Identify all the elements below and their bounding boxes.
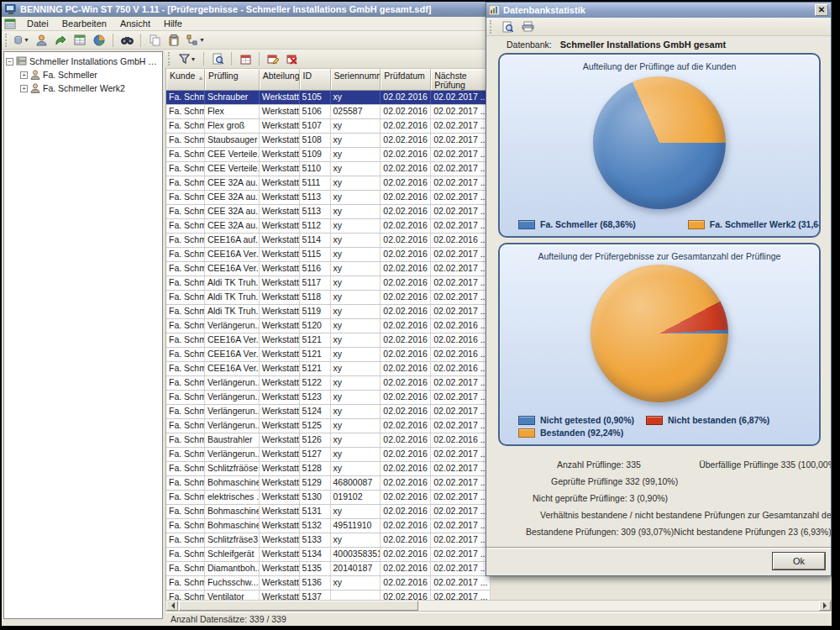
close-icon[interactable]: ✕ bbox=[815, 4, 828, 16]
menu-ansicht[interactable]: Ansicht bbox=[114, 18, 156, 29]
preview-icon[interactable] bbox=[499, 18, 516, 34]
copy-icon[interactable] bbox=[146, 32, 163, 48]
column-header-seriennummer[interactable]: Seriennumme bbox=[331, 69, 381, 90]
user-icon[interactable] bbox=[33, 32, 50, 48]
tree-item-customer[interactable]: + Fa. Schmeller Werk2 bbox=[6, 81, 160, 95]
table-row[interactable]: Fa. Schme... Schlitzfräse3 Werkstatt 513… bbox=[166, 533, 491, 548]
table-row[interactable]: Fa. Schme... Flex groß Werkstatt 5107 xy… bbox=[166, 119, 491, 134]
table-row[interactable]: Fa. Schme... CEE16A Ver... Werkstatt 512… bbox=[166, 333, 491, 348]
tree-root-label: Schmeller Installations GmbH gesamt.sdf bbox=[29, 56, 160, 66]
table-row[interactable]: Fa. Schme... Verlängerun... Werkstatt 51… bbox=[166, 391, 491, 405]
database-label: Datenbank: bbox=[507, 39, 552, 50]
legend-swatch bbox=[518, 428, 535, 438]
calendar-delete-icon[interactable] bbox=[284, 51, 301, 67]
table-row[interactable]: Fa. Schme... Schlitzfräöse Werkstatt 512… bbox=[166, 462, 491, 476]
mdi-child-icon[interactable] bbox=[4, 18, 16, 29]
stat-ueberfaellige-prueflinge: Überfällige Prüflinge 335 (100,00% bbox=[699, 459, 831, 476]
table-row[interactable]: Fa. Schme... Verlängerun... Werkstatt 51… bbox=[166, 405, 491, 419]
table-row[interactable]: Fa. Schme... Verlängerun... Werkstatt 51… bbox=[166, 319, 491, 333]
paste-icon[interactable] bbox=[165, 32, 182, 48]
calendar-icon[interactable] bbox=[237, 51, 254, 67]
dialog-title-bar[interactable]: Datenbankstatistik ✕ bbox=[486, 3, 831, 18]
filter-icon[interactable]: ▼ bbox=[176, 51, 198, 67]
table-row[interactable]: Fa. Schme... Bohmaschine Werkstatt 5132 … bbox=[166, 519, 491, 533]
ok-button[interactable]: Ok bbox=[773, 553, 825, 570]
table-row[interactable]: Fa. Schme... Verlängerun... Werkstatt 51… bbox=[166, 448, 491, 462]
table-row[interactable]: Fa. Schme... Schleifgerät Werkstatt 5134… bbox=[166, 548, 491, 562]
grid-header: Kunde▲ Prüfling Abteilung ID Seriennumme… bbox=[166, 69, 491, 91]
database-icon[interactable]: ▼ bbox=[13, 32, 30, 48]
table-row[interactable]: Fa. Schme... CEE 32A au... Werkstatt 511… bbox=[166, 205, 491, 219]
legend-entry: Bestanden (92,24%) bbox=[518, 428, 646, 438]
print-icon[interactable] bbox=[519, 18, 536, 34]
table-row[interactable]: Fa. Schme... CEE16A Ver... Werkstatt 512… bbox=[166, 348, 491, 362]
structure-icon[interactable]: ▼ bbox=[185, 32, 207, 48]
horizontal-scrollbar[interactable] bbox=[165, 600, 832, 612]
chart-title: Aufteilung der Prüflinge auf die Kunden bbox=[500, 55, 819, 71]
table-row[interactable]: Fa. Schme... CEE16A Ver... Werkstatt 512… bbox=[166, 362, 491, 376]
table-row[interactable]: Fa. Schme... elektrisches ... Werkstatt … bbox=[166, 491, 491, 505]
table-row[interactable]: Fa. Schme... CEE16A Ver... Werkstatt 511… bbox=[166, 262, 491, 276]
table-row[interactable]: Fa. Schme... Fuchsschw... Werkstatt 5136… bbox=[166, 576, 491, 591]
table-row[interactable]: Fa. Schme... CEE16A auf... Werkstatt 511… bbox=[166, 234, 491, 248]
table-row[interactable]: Fa. Schme... Aldi TK Truh... Werkstatt 5… bbox=[166, 305, 491, 319]
table-row[interactable]: Fa. Schme... Baustrahler Werkstatt 5126 … bbox=[166, 433, 491, 448]
export-icon[interactable] bbox=[52, 32, 69, 48]
app-icon bbox=[5, 4, 17, 14]
grid-body: Fa. Schme... Schrauber Werkstatt 5105 xy… bbox=[166, 91, 491, 600]
statistics-icon[interactable] bbox=[91, 32, 108, 48]
column-header-naechste-pruefung[interactable]: Nächste Prüfung bbox=[431, 69, 491, 90]
customer-icon bbox=[30, 70, 40, 80]
preview-icon[interactable] bbox=[209, 51, 226, 67]
table-row[interactable]: Fa. Schme... Flex Werkstatt 5106 025587 … bbox=[166, 105, 491, 119]
column-header-kunde[interactable]: Kunde▲ bbox=[166, 69, 205, 90]
stat-nicht-gepruefte-prueflinge: Nicht geprüfte Prüflinge: 3 (0,90%) bbox=[533, 493, 668, 503]
menu-bearbeiten[interactable]: Bearbeiten bbox=[56, 18, 113, 29]
column-header-pruefling[interactable]: Prüfling bbox=[205, 69, 260, 90]
column-header-id[interactable]: ID bbox=[300, 69, 331, 90]
column-header-pruefdatum[interactable]: Prüfdatum bbox=[381, 69, 431, 90]
table-row[interactable]: Fa. Schme... CEE 32A au... Werkstatt 511… bbox=[166, 219, 491, 234]
table-row[interactable]: Fa. Schme... Diamantboh... Werkstatt 513… bbox=[166, 562, 491, 576]
legend-entry: Nicht getested (0,90%) bbox=[518, 415, 646, 425]
menu-datei[interactable]: Datei bbox=[21, 18, 55, 29]
table-row[interactable]: Fa. Schme... Aldi TK Truh... Werkstatt 5… bbox=[166, 291, 491, 305]
table-row[interactable]: Fa. Schme... Aldi TK Truh... Werkstatt 5… bbox=[166, 276, 491, 291]
chart-legend: Fa. Schmeller (68,36%)Fa. Schmeller Werk… bbox=[500, 219, 819, 229]
scroll-right-button[interactable] bbox=[819, 601, 831, 611]
table-row[interactable]: Fa. Schme... CEE 32A au... Werkstatt 511… bbox=[166, 176, 491, 191]
database-row: Datenbank: Schmeller Installations GmbH … bbox=[486, 36, 831, 51]
table-row[interactable]: Fa. Schme... CEE 32A au... Werkstatt 511… bbox=[166, 191, 491, 205]
table-row[interactable]: Fa. Schme... Bohmaschine Werkstatt 5129 … bbox=[166, 476, 491, 491]
table-row[interactable]: Fa. Schme... Schrauber Werkstatt 5105 xy… bbox=[166, 91, 491, 105]
collapse-icon[interactable]: − bbox=[6, 58, 13, 66]
table-row[interactable]: Fa. Schme... Bohmaschine Werkstatt 5131 … bbox=[166, 505, 491, 519]
database-node-icon bbox=[16, 56, 27, 66]
toolbar-grip bbox=[5, 34, 8, 47]
protocol-icon[interactable] bbox=[71, 32, 88, 48]
stat-bestandene-pruefungen: Bestandene Prüfungen: 309 (93,07%) bbox=[526, 527, 674, 543]
binoculars-icon[interactable] bbox=[118, 32, 135, 48]
chart-legend: Nicht getested (0,90%)Nicht bestanden (6… bbox=[500, 415, 819, 438]
scroll-left-button[interactable] bbox=[166, 601, 178, 611]
tree-item-root[interactable]: − Schmeller Installations GmbH gesamt.sd… bbox=[6, 55, 160, 68]
expand-icon[interactable]: + bbox=[20, 71, 28, 79]
calendar-edit-icon[interactable] bbox=[265, 51, 281, 67]
toolbar-separator bbox=[113, 34, 113, 47]
table-row[interactable]: Fa. Schme... CEE16A Ver... Werkstatt 511… bbox=[166, 248, 491, 262]
customer-icon bbox=[30, 83, 40, 93]
table-row[interactable]: Fa. Schme... CEE Verteile... Werkstatt 5… bbox=[166, 162, 491, 176]
table-row[interactable]: Fa. Schme... Ventilator Werkstatt 5137 0… bbox=[166, 591, 491, 600]
table-row[interactable]: Fa. Schme... Verlängerun... Werkstatt 51… bbox=[166, 376, 491, 391]
menu-hilfe[interactable]: Hilfe bbox=[158, 18, 188, 29]
scrollbar-thumb[interactable] bbox=[179, 601, 418, 611]
legend-entry: Nicht bestanden (6,87%) bbox=[646, 415, 819, 425]
column-header-abteilung[interactable]: Abteilung bbox=[260, 69, 300, 90]
tree-item-customer[interactable]: + Fa. Schmeller bbox=[6, 68, 160, 81]
table-row[interactable]: Fa. Schme... Staubsauger Werkstatt 5108 … bbox=[166, 134, 491, 148]
table-row[interactable]: Fa. Schme... Verlängerun... Werkstatt 51… bbox=[166, 419, 491, 433]
expand-icon[interactable]: + bbox=[20, 85, 28, 92]
stat-anzahl-prueflinge: Anzahl Prüflinge: 335 bbox=[557, 459, 641, 476]
stat-gepruefte-prueflinge: Geprüfte Prüflinge 332 (99,10%) bbox=[551, 476, 678, 486]
table-row[interactable]: Fa. Schme... CEE Verteile... Werkstatt 5… bbox=[166, 148, 491, 162]
